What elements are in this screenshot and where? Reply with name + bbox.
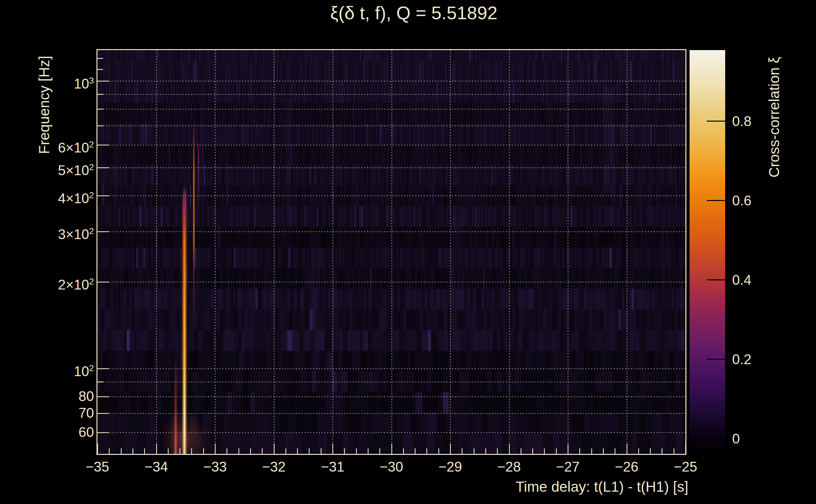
- x-tick-label: −33: [190, 459, 240, 475]
- x-tick-label: −31: [308, 459, 358, 475]
- colorbar-tick-label: 0.8: [732, 113, 751, 129]
- x-tick-label: −34: [131, 459, 181, 475]
- heatmap-canvas: [97, 50, 686, 454]
- y-tick-label: 103: [0, 72, 94, 89]
- colorbar-tick: [707, 359, 725, 360]
- colorbar-tick-label: 0.4: [732, 272, 751, 288]
- x-axis-title: Time delay: t(L1) - t(H1) [s]: [515, 478, 688, 495]
- x-tick-label: −26: [601, 459, 652, 475]
- y-tick-label: 4×102: [0, 187, 94, 203]
- y-tick-label: 3×102: [0, 223, 94, 239]
- colorbar-tick-label: 0: [732, 431, 740, 447]
- colorbar-tick: [707, 438, 725, 439]
- x-tick-label: −29: [425, 459, 475, 475]
- colorbar-tick-label: 0.6: [732, 192, 751, 209]
- colorbar-tick: [707, 200, 725, 201]
- x-tick-label: −28: [484, 459, 534, 475]
- colorbar-tick-label: 0.2: [732, 351, 751, 368]
- y-tick-label: 2×102: [0, 273, 94, 290]
- y-tick-label: 102: [0, 360, 94, 376]
- y-tick-label: 6×102: [0, 136, 94, 153]
- x-tick-label: −35: [72, 459, 123, 475]
- x-tick-label: −32: [249, 459, 299, 475]
- colorbar-title: Cross-correlation ξ: [766, 57, 783, 178]
- x-tick-label: −30: [366, 459, 417, 475]
- colorbar-tick: [707, 279, 725, 280]
- figure: ξ(δ t, f), Q = 5.51892 Frequency [Hz] 10…: [0, 0, 816, 504]
- y-tick-label: 5×102: [0, 159, 94, 175]
- chart-title: ξ(δ t, f), Q = 5.51892: [120, 3, 708, 24]
- colorbar-tick: [707, 121, 725, 122]
- y-tick-label: 70: [0, 405, 94, 421]
- colorbar: [690, 50, 725, 453]
- y-tick-label: 80: [0, 388, 94, 404]
- x-tick-label: −27: [543, 459, 593, 475]
- x-tick-label: −25: [660, 459, 711, 475]
- y-tick-label: 60: [0, 424, 94, 440]
